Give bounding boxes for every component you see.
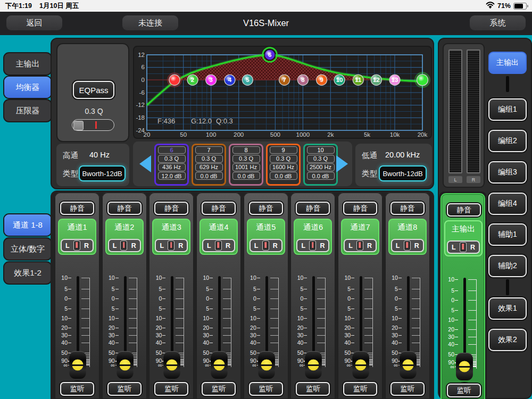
monitor-button[interactable]: 监听 (154, 382, 188, 396)
monitor-button[interactable]: 监听 (447, 384, 481, 397)
monitor-button[interactable]: 监听 (202, 382, 236, 396)
output-select-button-8[interactable]: 效果1 (488, 297, 527, 320)
svg-text:10: 10 (336, 77, 343, 83)
channel-name: 通道1 (59, 222, 95, 232)
pan-control[interactable]: L R (202, 239, 235, 252)
monitor-button[interactable]: 监听 (107, 382, 142, 396)
pan-control[interactable]: L R (391, 239, 424, 252)
pan-right-label: R (273, 242, 278, 250)
channel-label-panel: 通道4 L R (200, 219, 238, 255)
band-prev-icon[interactable] (139, 155, 151, 172)
pan-control[interactable]: L R (250, 239, 282, 252)
mute-button[interactable]: 静音 (154, 202, 188, 215)
svg-text:9: 9 (320, 77, 323, 83)
fader-handle[interactable] (456, 353, 473, 380)
band-value: 1600 Hz (270, 163, 297, 171)
pan-slider[interactable] (215, 240, 222, 251)
fader-handle[interactable] (400, 351, 417, 379)
mute-button[interactable]: 静音 (107, 202, 142, 215)
channel-group-tab-3[interactable]: 效果1-2 (4, 262, 51, 284)
band-value: 12.0 dB (158, 172, 186, 180)
eq-band-card-9[interactable]: 90.3 Q1600 Hz0.0 dB (266, 144, 301, 186)
meter-left-label: L (448, 176, 462, 183)
lowpass-type-label: 类型 (362, 169, 377, 179)
svg-text:3: 3 (209, 77, 212, 83)
eqpass-button[interactable]: EQPass (73, 81, 114, 99)
channel-group-tab-2[interactable]: 立体/数字 (4, 238, 51, 260)
mute-button[interactable]: 静音 (296, 202, 330, 215)
mute-button[interactable]: 静音 (390, 202, 425, 215)
eq-band-card-10[interactable]: 100.3 Q2500 Hz0.0 dB (303, 144, 338, 186)
eq-graph: 2345789101112136F:436G:12.0Q:0.31260-6-1… (133, 46, 432, 139)
q-slider-knob[interactable] (73, 121, 84, 130)
fader-handle[interactable] (117, 351, 134, 379)
eq-section-tab-2[interactable]: 均衡器 (4, 77, 51, 98)
pan-control[interactable]: L R (344, 239, 377, 252)
pan-slider[interactable] (404, 240, 411, 251)
pan-slider[interactable] (73, 240, 80, 251)
highpass-panel: 高通 40 Hz 类型 Bworth-12dB (56, 144, 129, 186)
eq-band-card-7[interactable]: 70.3 Q629 Hz0.0 dB (192, 144, 226, 186)
pan-control[interactable]: L R (61, 239, 94, 252)
fader-handle[interactable] (69, 351, 86, 379)
eq-band-card-6[interactable]: 60.3 Q436 Hz12.0 dB (154, 144, 189, 186)
output-select-button-5[interactable]: 编组4 (488, 193, 527, 215)
channel-group-tab-1[interactable]: 通道 1-8 (4, 214, 51, 236)
eq-band-card-8[interactable]: 80.3 Q1001 Hz0.0 dB (229, 144, 263, 186)
mute-button[interactable]: 静音 (202, 202, 236, 215)
pan-slider[interactable] (168, 240, 174, 251)
monitor-button[interactable]: 监听 (249, 382, 283, 396)
output-select-button-1[interactable]: 主输出 (488, 52, 527, 74)
output-select-button-7[interactable]: 辅助2 (488, 255, 527, 277)
pan-control[interactable]: L R (108, 239, 141, 252)
fader-handle[interactable] (258, 351, 275, 379)
system-button[interactable]: 系统 (470, 15, 526, 30)
band-value: 0.3 Q (195, 155, 223, 163)
output-select-button-6[interactable]: 辅助1 (488, 223, 527, 246)
eq-section-tab-3[interactable]: 压限器 (4, 100, 51, 121)
fader-handle[interactable] (352, 351, 369, 379)
mute-button[interactable]: 静音 (249, 202, 283, 215)
pan-control[interactable]: L R (155, 239, 188, 252)
pan-control[interactable]: L R (296, 239, 329, 252)
channel-name: 通道7 (342, 222, 378, 232)
monitor-button[interactable]: 监听 (296, 382, 330, 396)
pan-slider[interactable] (309, 240, 316, 251)
output-select-button-3[interactable]: 编组2 (488, 130, 527, 152)
svg-text:2k: 2k (327, 131, 334, 138)
fader-handle[interactable] (305, 351, 322, 379)
pan-slider[interactable] (262, 240, 269, 251)
lowpass-type-button[interactable]: Bworth-12dB (379, 165, 427, 181)
connection-status-button[interactable]: 未连接 (122, 15, 178, 30)
mute-button[interactable]: 静音 (60, 202, 94, 215)
pan-right-label: R (226, 242, 230, 250)
monitor-button[interactable]: 监听 (60, 382, 94, 396)
highpass-type-button[interactable]: Bworth-12dB (79, 165, 126, 181)
mute-button[interactable]: 静音 (343, 202, 377, 215)
fader-handle-cap (459, 361, 470, 372)
pan-slider[interactable] (460, 242, 467, 252)
fader-handle[interactable] (211, 351, 228, 379)
eq-section-tab-1[interactable]: 主输出 (4, 53, 51, 74)
band-next-icon[interactable] (336, 155, 348, 172)
wifi-icon (486, 2, 495, 10)
back-button[interactable]: 返回 (6, 15, 62, 30)
pan-slider[interactable] (356, 240, 363, 251)
output-select-button-4[interactable]: 编组3 (488, 161, 527, 184)
monitor-button[interactable]: 监听 (390, 382, 425, 396)
level-meter-left (448, 49, 462, 173)
pan-slider[interactable] (120, 240, 127, 251)
q-slider[interactable] (72, 119, 114, 131)
output-select-button-9[interactable]: 效果2 (488, 329, 527, 351)
svg-text:6: 6 (142, 64, 145, 70)
output-select-button-2[interactable]: 编组1 (488, 98, 527, 121)
mute-button[interactable]: 静音 (447, 203, 481, 217)
channel-strips: 静音 通道1 L R 10505102030405090∞ 监听 静音 通道2 … (55, 193, 430, 399)
pan-control[interactable]: L R (447, 240, 480, 254)
pan-right-label: R (367, 242, 372, 250)
pan-right-label: R (84, 242, 89, 250)
svg-text:20: 20 (144, 131, 151, 138)
monitor-button[interactable]: 监听 (343, 382, 377, 396)
svg-text:7: 7 (282, 77, 286, 83)
fader-handle[interactable] (163, 351, 180, 379)
